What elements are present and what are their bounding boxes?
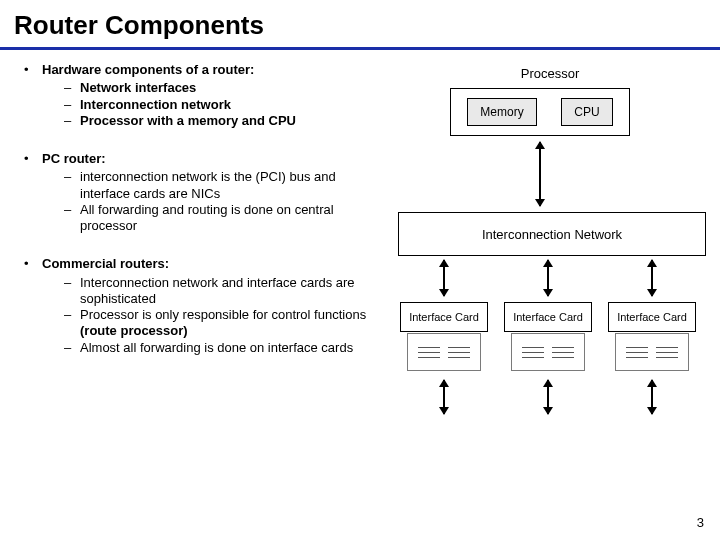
section-1: •PC router:–interconnection network is t… [24, 151, 384, 234]
bullet-body: Commercial routers:–Interconnection netw… [42, 256, 384, 356]
dash-icon: – [64, 275, 80, 291]
sub-item: –Interconnection network and interface c… [42, 275, 384, 308]
interface-card-1: Interface Card [400, 302, 488, 332]
sub-item: –Network interfaces [42, 80, 384, 96]
dash-icon: – [64, 97, 80, 113]
section-2: •Commercial routers:–Interconnection net… [24, 256, 384, 356]
sub-item: –Processor is only responsible for contr… [42, 307, 384, 340]
interface-card-3: Interface Card [608, 302, 696, 332]
title-rule [0, 47, 720, 50]
arrow-external-2 [547, 380, 549, 414]
arrow-interconnect-card2 [547, 260, 549, 296]
dash-icon: – [64, 113, 80, 129]
sub-item: –interconnection network is the (PCI) bu… [42, 169, 384, 202]
sub-list: –interconnection network is the (PCI) bu… [42, 169, 384, 234]
page-number: 3 [697, 515, 704, 530]
sub-text: Processor with a memory and CPU [80, 113, 384, 129]
sub-text: Network interfaces [80, 80, 384, 96]
processor-label: Processor [390, 66, 710, 81]
dash-icon: – [64, 169, 80, 185]
sub-text: interconnection network is the (PCI) bus… [80, 169, 384, 202]
arrow-interconnect-card3 [651, 260, 653, 296]
interconnect-box: Interconnection Network [398, 212, 706, 256]
sub-item: –Almost all forwarding is done on interf… [42, 340, 384, 356]
sub-item: –Interconnection network [42, 97, 384, 113]
card1-table-icon [407, 333, 481, 371]
cpu-chip: CPU [561, 98, 612, 126]
bullet-row: •Hardware components of a router:–Networ… [24, 62, 384, 129]
router-diagram: Processor Memory CPU Interconnection Net… [390, 62, 710, 422]
interface-card-3-label: Interface Card [617, 311, 687, 323]
interface-card-2-label: Interface Card [513, 311, 583, 323]
memory-chip: Memory [467, 98, 536, 126]
arrow-external-3 [651, 380, 653, 414]
arrow-external-1 [443, 380, 445, 414]
section-0: •Hardware components of a router:–Networ… [24, 62, 384, 129]
slide: Router Components •Hardware components o… [0, 0, 720, 540]
card3-table-icon [615, 333, 689, 371]
interface-card-2: Interface Card [504, 302, 592, 332]
bullet-body: PC router:–interconnection network is th… [42, 151, 384, 234]
bullet-dot-icon: • [24, 151, 42, 167]
dash-icon: – [64, 80, 80, 96]
dash-icon: – [64, 307, 80, 323]
section-lead: Commercial routers: [42, 256, 384, 272]
arrow-proc-to-interconnect [539, 142, 541, 206]
sub-list: –Interconnection network and interface c… [42, 275, 384, 356]
sub-text: All forwarding and routing is done on ce… [80, 202, 384, 235]
sub-text: Processor is only responsible for contro… [80, 307, 384, 340]
section-lead: PC router: [42, 151, 384, 167]
content-row: •Hardware components of a router:–Networ… [0, 62, 720, 422]
bullet-dot-icon: • [24, 62, 42, 78]
sub-item: –Processor with a memory and CPU [42, 113, 384, 129]
bullet-dot-icon: • [24, 256, 42, 272]
arrow-interconnect-card1 [443, 260, 445, 296]
sub-list: –Network interfaces–Interconnection netw… [42, 80, 384, 129]
section-lead: Hardware components of a router: [42, 62, 384, 78]
dash-icon: – [64, 202, 80, 218]
bullet-row: •PC router:–interconnection network is t… [24, 151, 384, 234]
processor-box: Memory CPU [450, 88, 630, 136]
page-title: Router Components [0, 0, 720, 47]
sub-text: Interconnection network [80, 97, 384, 113]
text-column: •Hardware components of a router:–Networ… [0, 62, 384, 378]
bullet-row: •Commercial routers:–Interconnection net… [24, 256, 384, 356]
sub-text: Interconnection network and interface ca… [80, 275, 384, 308]
dash-icon: – [64, 340, 80, 356]
bullet-body: Hardware components of a router:–Network… [42, 62, 384, 129]
sub-text: Almost all forwarding is done on interfa… [80, 340, 384, 356]
card2-table-icon [511, 333, 585, 371]
interface-card-1-label: Interface Card [409, 311, 479, 323]
sub-item: –All forwarding and routing is done on c… [42, 202, 384, 235]
